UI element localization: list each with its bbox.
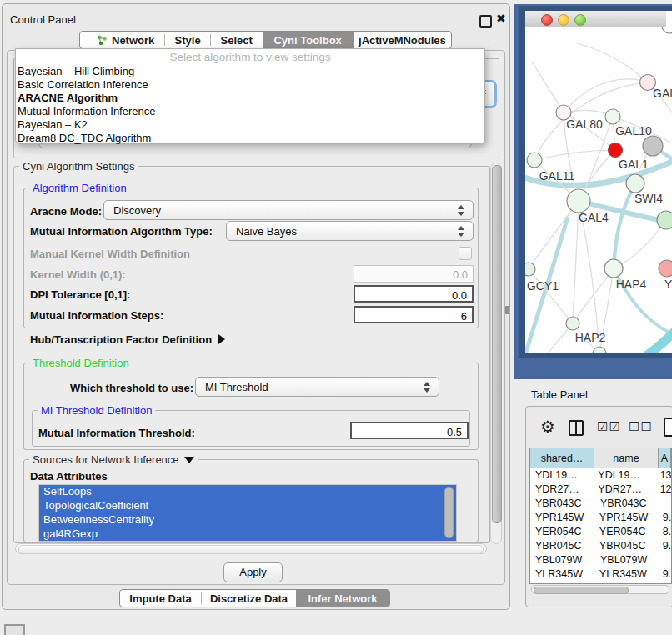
attribute-item[interactable]: TopologicalCoefficient <box>39 499 456 513</box>
node-swi4[interactable] <box>626 174 644 192</box>
select-all-icon[interactable]: ☑☑ <box>597 419 621 434</box>
mi-type-value: Naive Bayes <box>236 225 297 238</box>
table-row[interactable]: YBR045CYBR045C9. <box>530 538 671 552</box>
algorithm-option[interactable]: Mutual Information Inference <box>16 105 484 118</box>
minimized-panel-icon[interactable] <box>4 624 25 635</box>
node-gal4[interactable] <box>567 189 590 212</box>
mi-type-label: Mutual Information Algorithm Type: <box>30 225 213 238</box>
table-cell: 9. <box>657 512 671 523</box>
scrollbar-thumb[interactable] <box>18 545 484 554</box>
deselect-all-icon[interactable]: ☐☐ <box>629 419 653 434</box>
mi-steps-field[interactable]: 6 <box>354 306 474 323</box>
node-gcy1[interactable] <box>525 262 535 276</box>
table-toolbar: ⚙ ☑☑ ☐☐ <box>530 415 672 445</box>
columns-icon[interactable] <box>569 420 584 436</box>
node-hap4[interactable] <box>604 259 623 278</box>
node-green-right[interactable] <box>657 211 672 229</box>
node-hap2[interactable] <box>566 317 579 330</box>
settings-horizontal-scrollbar[interactable] <box>15 543 487 554</box>
tab-cyni-toolbox[interactable]: Cyni Toolbox <box>263 32 354 48</box>
tab-label: Select <box>221 34 253 47</box>
algorithm-option[interactable]: Bayesian – Hill Climbing <box>16 65 484 78</box>
chevron-down-icon <box>184 457 194 463</box>
control-panel-title: Control Panel <box>10 13 76 26</box>
scrollbar-thumb[interactable] <box>492 165 502 523</box>
list-scrollbar[interactable] <box>444 487 454 538</box>
node-arc-topright[interactable] <box>662 27 672 33</box>
tab-style[interactable]: Style <box>165 32 210 48</box>
settings-vertical-scrollbar[interactable] <box>490 162 502 544</box>
network-canvas[interactable]: GALGAL80GAL10GAL1GAL11SWI4GAL4GCY1HAP4YH… <box>525 27 672 352</box>
hub-definition-toggle[interactable]: Hub/Transcription Factor Definition <box>30 333 225 346</box>
attribute-item[interactable]: BetweennessCentrality <box>39 513 456 528</box>
minimize-traffic-light-icon[interactable] <box>558 14 569 26</box>
data-attributes-label: Data Attributes <box>30 470 108 482</box>
mi-threshold-field[interactable]: 0.5 <box>350 422 469 439</box>
table-row[interactable]: YBR043CYBR043C <box>530 497 671 511</box>
node-red[interactable] <box>609 143 623 158</box>
gear-icon[interactable]: ⚙ <box>540 417 555 437</box>
table-row[interactable]: YER054CYER054C8. <box>530 525 671 539</box>
data-attributes-listbox[interactable]: SelfLoopsTopologicalCoefficientBetweenne… <box>38 484 457 542</box>
table-row[interactable]: YDR27…YDR27…12 <box>530 482 671 497</box>
tab-infer-network[interactable]: Infer Network <box>296 590 389 607</box>
mi-type-combo[interactable]: Naive Bayes <box>226 221 474 241</box>
table-cell: 12 <box>654 483 671 495</box>
table-row[interactable]: YDL19…YDL19…13 <box>530 468 671 482</box>
algorithm-option[interactable]: Dream8 DC_TDC Algorithm <box>16 132 484 145</box>
tab-select[interactable]: Select <box>211 32 263 48</box>
table-cell: YER054C <box>530 526 594 538</box>
node-gray[interactable] <box>643 136 663 156</box>
aracne-mode-combo[interactable]: Discovery <box>103 200 474 220</box>
close-icon[interactable]: ✖ <box>496 12 506 25</box>
tab-label: Impute Data <box>129 592 191 605</box>
table-cell: YBR045C <box>530 540 594 552</box>
column-header-partial[interactable]: A <box>659 448 671 468</box>
table-row[interactable]: YLR345WYLR345W9. <box>530 567 671 581</box>
scrollbar-thumb[interactable] <box>534 587 629 594</box>
node-label: GCY1 <box>527 279 559 292</box>
table-row[interactable]: YBL079WYBL079W <box>530 552 671 567</box>
splitter-grip[interactable] <box>505 306 509 314</box>
column-header-name[interactable]: name <box>594 448 659 468</box>
float-icon[interactable] <box>479 15 492 28</box>
table-row[interactable]: YPR145WYPR145W9. <box>530 511 671 525</box>
network-window-titlebar[interactable] <box>525 11 666 28</box>
node-label: HAP2 <box>575 331 606 344</box>
dpi-tolerance-field[interactable]: 0.0 <box>354 285 474 302</box>
apply-button[interactable]: Apply <box>223 562 283 582</box>
close-traffic-light-icon[interactable] <box>541 14 553 26</box>
cyni-bottom-tabbar: Impute Data Discretize Data Infer Networ… <box>119 589 390 608</box>
zoom-traffic-light-icon[interactable] <box>574 14 586 26</box>
node-bottom[interactable] <box>593 347 606 352</box>
node-gal10[interactable] <box>605 109 620 124</box>
table-cell: YBL079W <box>594 554 659 566</box>
tab-label: Style <box>175 34 201 47</box>
tab-impute-data[interactable]: Impute Data <box>120 590 201 607</box>
tab-jactivemnodules[interactable]: jActiveMNodules <box>354 32 451 48</box>
node-salmon[interactable] <box>659 260 672 277</box>
data-attributes-list: SelfLoopsTopologicalCoefficientBetweenne… <box>39 485 456 542</box>
table-horizontal-scrollbar[interactable] <box>531 585 669 594</box>
which-threshold-combo[interactable]: MI Threshold <box>195 377 439 397</box>
network-glyph-icon <box>97 35 108 46</box>
algorithm-option[interactable]: Bayesian – K2 <box>16 118 484 132</box>
table-row[interactable]: YIL052CYIL052C9 <box>530 581 671 584</box>
node-table[interactable]: shared… name A YDL19…YDL19…13YDR27…YDR27… <box>529 448 672 584</box>
node-gal11[interactable] <box>527 152 542 168</box>
attribute-item[interactable]: gal4RGexp <box>39 528 456 542</box>
algorithm-option[interactable]: ARACNE Algorithm <box>16 92 484 105</box>
spinner-icon <box>458 225 465 238</box>
file-icon[interactable] <box>664 418 672 437</box>
table-body: YDL19…YDL19…13YDR27…YDR27…12YBR043CYBR04… <box>530 468 671 584</box>
attribute-item[interactable]: SelfLoops <box>39 485 456 499</box>
tab-network[interactable]: Network <box>80 32 164 48</box>
aracne-mode-value: Discovery <box>113 204 161 217</box>
table-cell: YIL052C <box>530 582 594 584</box>
algorithm-option[interactable]: Basic Correlation Inference <box>16 78 484 92</box>
kernel-width-field[interactable]: 0.0 <box>354 265 474 282</box>
column-header-shared-name[interactable]: shared… <box>530 448 594 468</box>
table-cell: YBR045C <box>594 540 657 552</box>
tab-discretize-data[interactable]: Discretize Data <box>202 590 296 607</box>
manual-kernel-checkbox[interactable] <box>459 247 472 260</box>
